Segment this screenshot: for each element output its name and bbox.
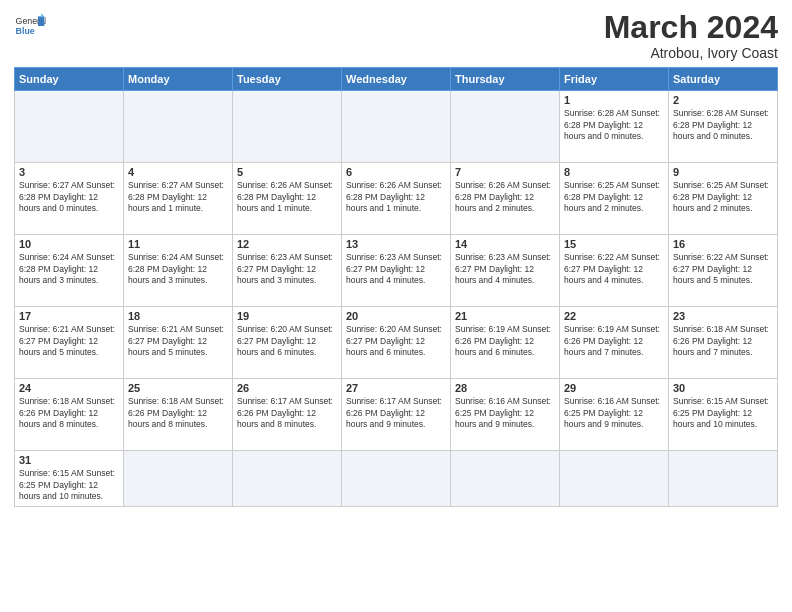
day-info: Sunrise: 6:25 AM Sunset: 6:28 PM Dayligh… [673,180,773,214]
day-number: 27 [346,382,446,394]
col-tuesday: Tuesday [233,68,342,91]
week-row-2: 3Sunrise: 6:27 AM Sunset: 6:28 PM Daylig… [15,163,778,235]
day-number: 18 [128,310,228,322]
day-cell: 28Sunrise: 6:16 AM Sunset: 6:25 PM Dayli… [451,379,560,451]
day-info: Sunrise: 6:19 AM Sunset: 6:26 PM Dayligh… [455,324,555,358]
day-cell: 13Sunrise: 6:23 AM Sunset: 6:27 PM Dayli… [342,235,451,307]
day-cell: 12Sunrise: 6:23 AM Sunset: 6:27 PM Dayli… [233,235,342,307]
day-info: Sunrise: 6:18 AM Sunset: 6:26 PM Dayligh… [673,324,773,358]
day-cell [669,451,778,507]
day-cell: 11Sunrise: 6:24 AM Sunset: 6:28 PM Dayli… [124,235,233,307]
day-cell [15,91,124,163]
day-info: Sunrise: 6:28 AM Sunset: 6:28 PM Dayligh… [564,108,664,142]
day-cell: 4Sunrise: 6:27 AM Sunset: 6:28 PM Daylig… [124,163,233,235]
day-cell: 6Sunrise: 6:26 AM Sunset: 6:28 PM Daylig… [342,163,451,235]
day-cell [342,91,451,163]
day-number: 6 [346,166,446,178]
day-cell [451,91,560,163]
day-cell [451,451,560,507]
day-cell: 16Sunrise: 6:22 AM Sunset: 6:27 PM Dayli… [669,235,778,307]
day-cell: 31Sunrise: 6:15 AM Sunset: 6:25 PM Dayli… [15,451,124,507]
day-cell: 19Sunrise: 6:20 AM Sunset: 6:27 PM Dayli… [233,307,342,379]
week-row-1: 1Sunrise: 6:28 AM Sunset: 6:28 PM Daylig… [15,91,778,163]
day-number: 7 [455,166,555,178]
day-number: 25 [128,382,228,394]
day-number: 23 [673,310,773,322]
day-number: 2 [673,94,773,106]
day-number: 4 [128,166,228,178]
logo: General Blue [14,10,46,42]
day-cell: 10Sunrise: 6:24 AM Sunset: 6:28 PM Dayli… [15,235,124,307]
day-number: 12 [237,238,337,250]
day-info: Sunrise: 6:18 AM Sunset: 6:26 PM Dayligh… [19,396,119,430]
day-info: Sunrise: 6:18 AM Sunset: 6:26 PM Dayligh… [128,396,228,430]
day-cell: 15Sunrise: 6:22 AM Sunset: 6:27 PM Dayli… [560,235,669,307]
day-number: 26 [237,382,337,394]
day-info: Sunrise: 6:20 AM Sunset: 6:27 PM Dayligh… [237,324,337,358]
day-cell: 3Sunrise: 6:27 AM Sunset: 6:28 PM Daylig… [15,163,124,235]
day-cell: 22Sunrise: 6:19 AM Sunset: 6:26 PM Dayli… [560,307,669,379]
day-info: Sunrise: 6:27 AM Sunset: 6:28 PM Dayligh… [128,180,228,214]
day-info: Sunrise: 6:24 AM Sunset: 6:28 PM Dayligh… [128,252,228,286]
day-info: Sunrise: 6:17 AM Sunset: 6:26 PM Dayligh… [346,396,446,430]
week-row-3: 10Sunrise: 6:24 AM Sunset: 6:28 PM Dayli… [15,235,778,307]
day-info: Sunrise: 6:19 AM Sunset: 6:26 PM Dayligh… [564,324,664,358]
day-cell: 30Sunrise: 6:15 AM Sunset: 6:25 PM Dayli… [669,379,778,451]
day-number: 31 [19,454,119,466]
day-info: Sunrise: 6:26 AM Sunset: 6:28 PM Dayligh… [346,180,446,214]
day-info: Sunrise: 6:26 AM Sunset: 6:28 PM Dayligh… [455,180,555,214]
day-cell [342,451,451,507]
day-cell [124,91,233,163]
day-info: Sunrise: 6:28 AM Sunset: 6:28 PM Dayligh… [673,108,773,142]
day-info: Sunrise: 6:27 AM Sunset: 6:28 PM Dayligh… [19,180,119,214]
day-cell: 18Sunrise: 6:21 AM Sunset: 6:27 PM Dayli… [124,307,233,379]
day-number: 24 [19,382,119,394]
day-info: Sunrise: 6:17 AM Sunset: 6:26 PM Dayligh… [237,396,337,430]
day-number: 17 [19,310,119,322]
svg-marker-2 [38,16,44,26]
page: General Blue March 2024 Atrobou, Ivory C… [0,0,792,612]
day-number: 30 [673,382,773,394]
day-cell: 26Sunrise: 6:17 AM Sunset: 6:26 PM Dayli… [233,379,342,451]
day-info: Sunrise: 6:15 AM Sunset: 6:25 PM Dayligh… [19,468,119,502]
day-cell [233,451,342,507]
day-cell: 5Sunrise: 6:26 AM Sunset: 6:28 PM Daylig… [233,163,342,235]
svg-text:Blue: Blue [16,26,35,36]
day-number: 28 [455,382,555,394]
day-number: 8 [564,166,664,178]
day-info: Sunrise: 6:22 AM Sunset: 6:27 PM Dayligh… [673,252,773,286]
day-cell: 17Sunrise: 6:21 AM Sunset: 6:27 PM Dayli… [15,307,124,379]
day-info: Sunrise: 6:20 AM Sunset: 6:27 PM Dayligh… [346,324,446,358]
day-number: 16 [673,238,773,250]
header: General Blue March 2024 Atrobou, Ivory C… [14,10,778,61]
day-cell: 2Sunrise: 6:28 AM Sunset: 6:28 PM Daylig… [669,91,778,163]
day-number: 22 [564,310,664,322]
day-number: 19 [237,310,337,322]
col-friday: Friday [560,68,669,91]
day-number: 5 [237,166,337,178]
day-cell: 1Sunrise: 6:28 AM Sunset: 6:28 PM Daylig… [560,91,669,163]
day-cell: 7Sunrise: 6:26 AM Sunset: 6:28 PM Daylig… [451,163,560,235]
day-cell: 23Sunrise: 6:18 AM Sunset: 6:26 PM Dayli… [669,307,778,379]
header-row: Sunday Monday Tuesday Wednesday Thursday… [15,68,778,91]
day-info: Sunrise: 6:23 AM Sunset: 6:27 PM Dayligh… [237,252,337,286]
day-info: Sunrise: 6:16 AM Sunset: 6:25 PM Dayligh… [564,396,664,430]
day-cell: 21Sunrise: 6:19 AM Sunset: 6:26 PM Dayli… [451,307,560,379]
day-cell: 25Sunrise: 6:18 AM Sunset: 6:26 PM Dayli… [124,379,233,451]
day-info: Sunrise: 6:25 AM Sunset: 6:28 PM Dayligh… [564,180,664,214]
calendar-table: Sunday Monday Tuesday Wednesday Thursday… [14,67,778,507]
day-info: Sunrise: 6:21 AM Sunset: 6:27 PM Dayligh… [19,324,119,358]
logo-icon: General Blue [14,10,46,42]
day-number: 29 [564,382,664,394]
week-row-6: 31Sunrise: 6:15 AM Sunset: 6:25 PM Dayli… [15,451,778,507]
day-info: Sunrise: 6:21 AM Sunset: 6:27 PM Dayligh… [128,324,228,358]
day-number: 9 [673,166,773,178]
day-info: Sunrise: 6:16 AM Sunset: 6:25 PM Dayligh… [455,396,555,430]
col-wednesday: Wednesday [342,68,451,91]
day-info: Sunrise: 6:26 AM Sunset: 6:28 PM Dayligh… [237,180,337,214]
day-cell: 8Sunrise: 6:25 AM Sunset: 6:28 PM Daylig… [560,163,669,235]
day-number: 10 [19,238,119,250]
day-cell [124,451,233,507]
day-number: 11 [128,238,228,250]
day-number: 3 [19,166,119,178]
